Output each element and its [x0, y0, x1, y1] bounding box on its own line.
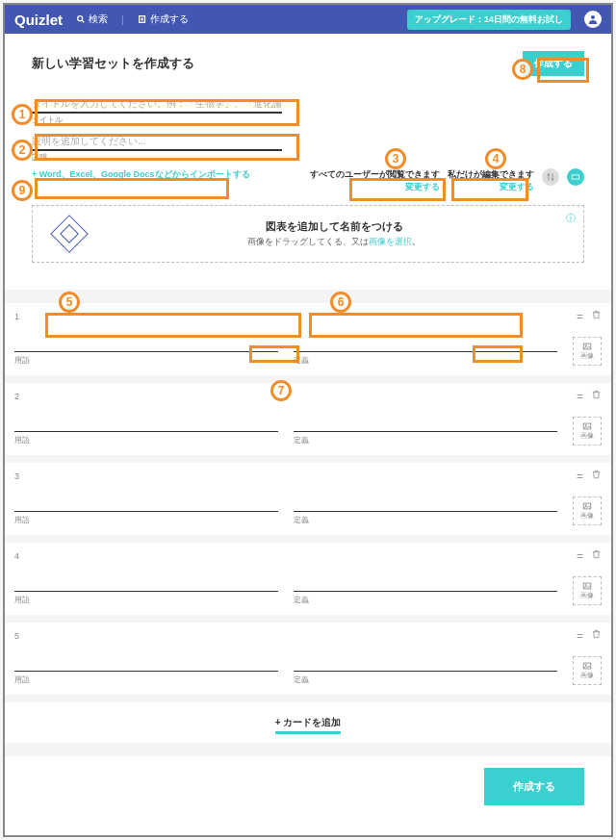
image-icon — [581, 661, 593, 671]
term-input[interactable] — [14, 654, 278, 672]
card-number: 1 — [14, 312, 569, 321]
svg-point-7 — [585, 425, 586, 426]
create-icon — [138, 14, 147, 24]
create-button-bottom[interactable]: 作成する — [484, 768, 584, 805]
card-row: 4=用語定義画像 — [5, 543, 611, 615]
create-button-top[interactable]: 作成する — [523, 51, 584, 76]
search-icon — [76, 14, 86, 24]
create-link[interactable]: 作成する — [138, 13, 189, 26]
diagram-subtitle: 画像をドラッグしてくる、又は画像を選択。 — [98, 236, 570, 248]
create-label: 作成する — [150, 13, 189, 26]
term-label: 用語 — [14, 675, 278, 685]
visibility-edit: 私だけが編集できます 変更する — [448, 168, 534, 193]
drag-icon[interactable]: = — [577, 549, 583, 563]
definition-input[interactable] — [294, 574, 557, 592]
visibility-view: すべてのユーザーが閲覧できます 変更する — [310, 168, 440, 193]
search-label: 検索 — [89, 13, 108, 26]
svg-point-13 — [585, 665, 586, 666]
separator: | — [121, 14, 124, 25]
search-link[interactable]: 検索 — [76, 13, 108, 26]
delete-icon[interactable] — [591, 628, 602, 643]
svg-point-5 — [585, 345, 586, 346]
svg-point-9 — [585, 505, 586, 506]
term-input[interactable] — [14, 415, 278, 432]
image-icon — [581, 421, 593, 431]
upgrade-button[interactable]: アップグレード：14日間の無料お試し — [407, 10, 571, 30]
keyboard-icon — [571, 172, 580, 182]
card-number: 2 — [14, 392, 569, 401]
term-input[interactable] — [14, 574, 278, 592]
definition-label: 定義 — [294, 675, 557, 685]
avatar[interactable] — [584, 11, 602, 28]
delete-icon[interactable] — [591, 389, 602, 403]
add-card-button[interactable]: + カードを追加 — [5, 702, 611, 743]
card-row: 1=用語定義画像 — [5, 303, 611, 375]
info-icon[interactable]: ⓘ — [566, 212, 576, 225]
term-label: 用語 — [14, 595, 278, 605]
card-number: 3 — [14, 471, 569, 481]
definition-input[interactable] — [294, 415, 557, 432]
definition-input[interactable] — [294, 654, 557, 672]
term-label: 用語 — [14, 515, 278, 525]
card-number: 4 — [14, 551, 569, 561]
image-dropzone[interactable]: 画像 — [573, 417, 602, 445]
delete-icon[interactable] — [591, 309, 602, 323]
visibility-view-change[interactable]: 変更する — [310, 181, 440, 193]
card-row: 2=用語定義画像 — [5, 383, 611, 455]
definition-label: 定義 — [294, 515, 557, 525]
visibility-edit-change[interactable]: 変更する — [448, 181, 534, 193]
svg-point-0 — [78, 16, 83, 21]
definition-label: 定義 — [294, 355, 557, 366]
definition-input[interactable] — [294, 495, 557, 512]
image-dropzone[interactable]: 画像 — [573, 496, 602, 525]
description-label: 説明 — [32, 152, 584, 163]
avatar-icon — [587, 13, 599, 25]
image-icon — [581, 342, 593, 351]
term-input[interactable] — [14, 495, 278, 512]
card-row: 5=用語定義画像 — [5, 623, 611, 695]
drag-icon[interactable]: = — [577, 629, 583, 643]
diagram-title: 図表を追加して名前をつける — [98, 219, 570, 234]
page-title: 新しい学習セットを作成する — [32, 55, 194, 72]
svg-point-11 — [585, 585, 586, 586]
description-input[interactable] — [32, 133, 282, 151]
keyboard-button[interactable] — [567, 168, 584, 186]
image-dropzone[interactable]: 画像 — [573, 576, 602, 605]
title-label: タイトル — [32, 115, 584, 125]
definition-label: 定義 — [294, 435, 557, 445]
brand-logo[interactable]: Quizlet — [14, 12, 63, 28]
import-link[interactable]: + Word、Excel、Google Docsなどからインポートする — [32, 168, 250, 181]
title-input[interactable] — [32, 95, 282, 114]
diagram-dropzone[interactable]: ⓘ 図表を追加して名前をつける 画像をドラッグしてくる、又は画像を選択。 — [32, 205, 584, 263]
drag-icon[interactable]: = — [577, 390, 583, 403]
image-dropzone[interactable]: 画像 — [573, 656, 602, 685]
svg-rect-3 — [572, 175, 579, 179]
image-dropzone[interactable]: 画像 — [573, 337, 602, 366]
term-input[interactable] — [14, 335, 278, 352]
delete-icon[interactable] — [591, 469, 602, 483]
top-nav: Quizlet 検索 | 作成する アップグレード：14日間の無料お試し — [5, 5, 611, 34]
svg-point-2 — [591, 15, 595, 19]
definition-label: 定義 — [294, 595, 557, 605]
card-row: 3=用語定義画像 — [5, 463, 611, 535]
image-icon — [581, 501, 593, 511]
term-label: 用語 — [14, 435, 278, 445]
cards-area: 1=用語定義画像2=用語定義画像3=用語定義画像4=用語定義画像5=用語定義画像… — [3, 290, 613, 756]
drag-icon[interactable]: = — [577, 310, 583, 323]
term-label: 用語 — [14, 355, 278, 366]
image-icon — [581, 581, 593, 591]
delete-icon[interactable] — [591, 548, 602, 563]
diagram-icon — [50, 215, 89, 253]
definition-input[interactable] — [294, 335, 557, 352]
swap-button[interactable] — [542, 168, 559, 186]
visibility-edit-title: 私だけが編集できます — [448, 168, 534, 181]
visibility-view-title: すべてのユーザーが閲覧できます — [310, 168, 440, 181]
swap-icon — [546, 172, 555, 182]
card-number: 5 — [14, 631, 569, 641]
add-card-label: + カードを追加 — [275, 717, 342, 734]
drag-icon[interactable]: = — [577, 470, 583, 483]
select-image-link[interactable]: 画像を選択 — [369, 237, 412, 246]
